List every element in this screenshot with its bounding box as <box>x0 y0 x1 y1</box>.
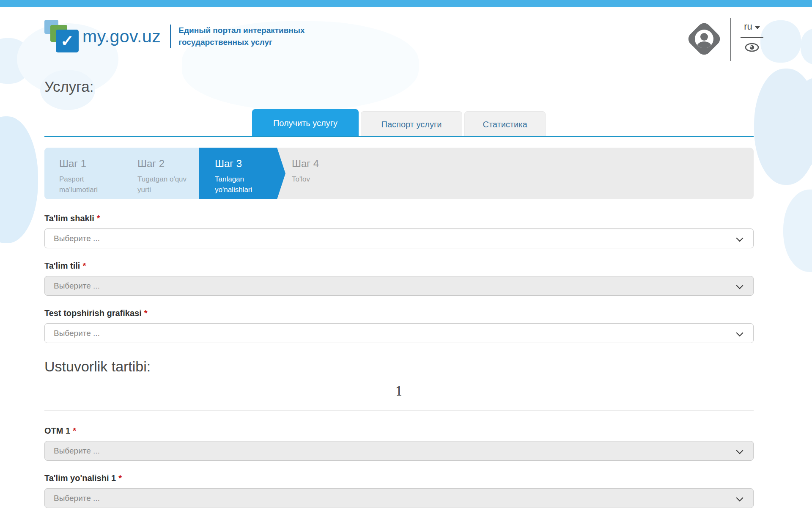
user-account-button[interactable] <box>691 25 718 52</box>
tabs-underline <box>44 136 754 137</box>
required-asterisk: * <box>97 214 100 223</box>
accessibility-eye-button[interactable] <box>745 42 759 54</box>
bg-blob <box>0 116 38 243</box>
tab-service-passport[interactable]: Паспорт услуги <box>361 111 462 137</box>
field-talim-shakli: Ta'lim shakli* Выберите ... <box>44 214 754 248</box>
site-logo[interactable]: ✓ my.gov.uz Единый портал интерактивных … <box>44 20 305 53</box>
language-selector[interactable]: ru <box>742 18 762 35</box>
test-grafikasi-select[interactable]: Выберите ... <box>44 323 754 343</box>
field-label: Ta'lim tili <box>44 261 80 270</box>
language-underline <box>741 37 763 38</box>
required-asterisk: * <box>118 473 122 483</box>
required-asterisk: * <box>144 308 148 318</box>
application-form: Ta'lim shakli* Выберите ... Ta'lim tili*… <box>44 214 754 508</box>
chevron-down-icon <box>736 495 743 502</box>
chevron-down-icon <box>755 26 760 29</box>
field-label: Ta'lim shakli <box>44 214 94 223</box>
otm-1-select: Выберите ... <box>44 441 754 461</box>
field-label: OTM 1 <box>44 426 70 435</box>
logo-icon: ✓ <box>44 20 79 53</box>
step-2[interactable]: Шаг 2 Tugatgan o'quv yurti <box>137 158 209 195</box>
field-talim-yonalishi-1: Ta'lim yo'nalishi 1* Выберите ... <box>44 473 754 508</box>
step-3[interactable]: Шаг 3 Tanlagan yo'nalishlari <box>215 158 287 195</box>
field-talim-tili: Ta'lim tili* Выберите ... <box>44 261 754 296</box>
tab-get-service[interactable]: Получить услугу <box>252 109 359 137</box>
header: ✓ my.gov.uz Единый портал интерактивных … <box>0 7 812 75</box>
section-divider <box>44 410 754 411</box>
required-asterisk: * <box>82 261 86 270</box>
field-test-grafikasi: Test topshirish grafikasi* Выберите ... <box>44 308 754 343</box>
chevron-down-icon <box>736 330 743 337</box>
chevron-down-icon <box>736 447 743 454</box>
field-label: Ta'lim yo'nalishi 1 <box>44 473 116 483</box>
chevron-down-icon <box>736 282 743 289</box>
chevron-down-icon <box>736 235 743 242</box>
logo-divider <box>170 25 171 48</box>
required-asterisk: * <box>73 426 76 435</box>
talim-tili-select: Выберите ... <box>44 276 754 296</box>
site-tagline: Единый портал интерактивных государствен… <box>178 25 304 48</box>
header-vertical-divider <box>730 18 731 61</box>
priority-number: 1 <box>44 384 754 399</box>
field-label: Test topshirish grafikasi <box>44 308 142 318</box>
top-accent-bar <box>0 0 812 7</box>
talim-shakli-select[interactable]: Выберите ... <box>44 228 754 248</box>
field-otm-1: OTM 1* Выберите ... <box>44 426 754 461</box>
header-right: ru <box>691 18 763 73</box>
service-tabs: Получить услугу Паспорт услуги Статистик… <box>44 109 754 137</box>
brand-name: my.gov.uz <box>82 27 161 47</box>
tagline-line1: Единый портал интерактивных <box>178 25 304 36</box>
bg-blob <box>783 190 812 272</box>
tab-statistics[interactable]: Статистика <box>464 111 546 137</box>
page-title: Услуга: <box>44 78 94 95</box>
priority-section-heading: Ustuvorlik tartibi: <box>44 358 754 375</box>
user-avatar-icon <box>695 30 713 48</box>
eye-icon <box>745 42 759 52</box>
talim-yonalishi-1-select: Выберите ... <box>44 488 754 508</box>
step-wizard: Шаг 1 Pasport ma'lumotlari Шаг 2 Tugatga… <box>44 148 754 199</box>
step-4[interactable]: Шаг 4 To'lov <box>292 158 364 184</box>
step-1[interactable]: Шаг 1 Pasport ma'lumotlari <box>59 158 131 195</box>
logo-checkmark-icon: ✓ <box>56 30 79 52</box>
language-label: ru <box>744 21 752 32</box>
tagline-line2: государственных услуг <box>178 36 304 48</box>
